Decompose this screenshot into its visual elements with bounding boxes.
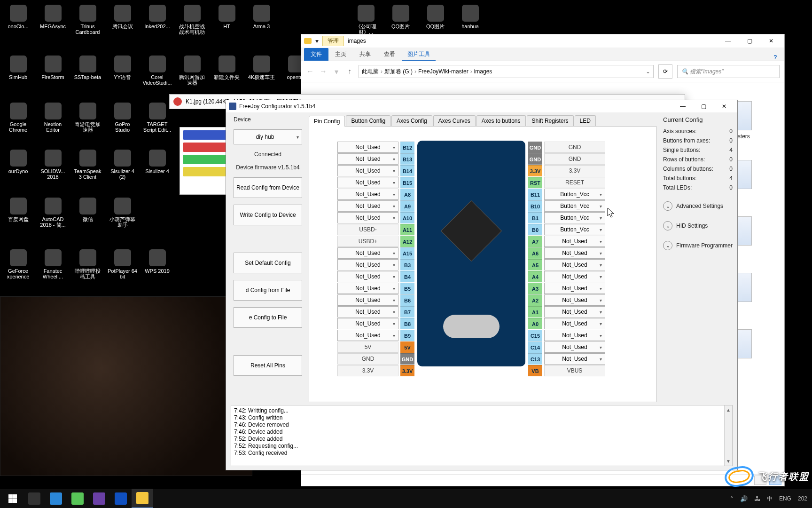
nav-recent-icon[interactable]: ▾	[332, 67, 341, 76]
tray-network-icon[interactable]: 🖧	[754, 495, 760, 502]
explorer-search-input[interactable]: 🔍 搜索"images"	[677, 65, 780, 78]
desktop-icon[interactable]: HT	[211, 5, 242, 29]
desktop-icon[interactable]: 新建文件夹	[211, 56, 242, 80]
breadcrumb-part[interactable]: FreeJoyWiki-master	[418, 68, 468, 75]
pin-select[interactable]: Not_Used	[544, 283, 605, 294]
desktop-icon[interactable]: TeamSpeak 3 Client	[72, 150, 103, 180]
desktop-icon[interactable]: 小葫芦弹幕助手	[107, 198, 138, 228]
explorer-maximize[interactable]: ▢	[739, 36, 760, 46]
taskbar-app[interactable]	[23, 489, 45, 508]
explorer-menu-view[interactable]: 查看	[377, 48, 402, 61]
desktop-icon[interactable]: GoPro Studio	[107, 103, 138, 133]
explorer-menu-share[interactable]: 共享	[353, 48, 377, 61]
tab-pin-config[interactable]: Pin Config	[309, 116, 345, 127]
address-bar[interactable]: 此电脑› 新加卷 (G:)› FreeJoyWiki-master› image…	[359, 65, 654, 78]
taskbar-app-explorer[interactable]	[132, 489, 153, 508]
freejoy-maximize[interactable]: ▢	[693, 101, 714, 111]
desktop-icon[interactable]: 腾讯会议	[107, 5, 138, 29]
pin-select[interactable]: Not_Used	[544, 236, 605, 247]
pin-select[interactable]: Not_Used	[337, 142, 398, 153]
desktop-icon[interactable]: SimHub	[3, 56, 33, 80]
pin-select[interactable]: Button_Vcc	[544, 212, 605, 223]
explorer-ribbon-context[interactable]: 管理	[322, 36, 344, 46]
desktop-icon[interactable]: 4K极速车王	[246, 56, 277, 80]
desktop-icon[interactable]: Fanatec Wheel ...	[38, 249, 68, 279]
pin-select[interactable]: Not_Used	[544, 271, 605, 282]
tab-led[interactable]: LED	[575, 115, 596, 126]
pin-select[interactable]: Button_Vcc	[544, 224, 605, 235]
pin-select[interactable]: Not_Used	[337, 177, 398, 188]
desktop-icon[interactable]: YY语音	[107, 56, 138, 80]
breadcrumb-part[interactable]: images	[474, 68, 492, 75]
pin-select[interactable]: Not_Used	[544, 294, 605, 306]
explorer-picture-tools[interactable]: 图片工具	[402, 48, 436, 61]
pin-select[interactable]: Not_Used	[337, 247, 398, 259]
ime-lang[interactable]: ENG	[779, 495, 791, 502]
explorer-titlebar[interactable]: ▾ 管理 images — ▢ ✕	[301, 34, 784, 48]
explorer-menu-file[interactable]: 文件	[304, 48, 328, 61]
tab-button-config[interactable]: Button Config	[346, 115, 390, 126]
pin-select[interactable]: Not_Used	[337, 283, 398, 294]
desktop-icon[interactable]: onoClo...	[3, 5, 33, 29]
desktop-icon[interactable]: Inked202...	[142, 5, 172, 29]
nav-back-icon[interactable]: ←	[306, 67, 314, 76]
desktop-icon[interactable]: Sisulizer 4 (2)	[107, 150, 138, 180]
tab-axes-curves[interactable]: Axes Curves	[433, 115, 476, 126]
freejoy-log[interactable]: 7:42: Writting config...7:43: Config wri…	[231, 405, 733, 466]
desktop-icon[interactable]: PotPlayer 64 bit	[107, 249, 138, 279]
desktop-icon[interactable]: 百度网盘	[3, 198, 33, 222]
taskbar-app[interactable]	[110, 489, 132, 508]
reset-pins-button[interactable]: Reset All Pins	[234, 355, 302, 376]
desktop-icon[interactable]: QQ图片	[420, 5, 451, 29]
taskbar-app[interactable]	[45, 489, 67, 508]
desktop-icon[interactable]: FireStorm	[38, 56, 68, 80]
load-config-button[interactable]: d Config from File	[234, 280, 302, 301]
desktop-icon[interactable]: Sisulizer 4	[142, 150, 172, 174]
desktop-icon[interactable]: hanhua	[455, 5, 485, 29]
explorer-menu-home[interactable]: 主页	[328, 48, 353, 61]
scrollbar[interactable]: ▲▼	[724, 405, 732, 466]
firmware-programmer-expander[interactable]: ⌄ Firmware Programmer	[663, 241, 733, 250]
desktop-icon[interactable]: 微信	[72, 198, 103, 222]
set-default-button[interactable]: Set Default Config	[234, 253, 302, 273]
desktop-icon[interactable]: ourDyno	[3, 150, 33, 174]
desktop-icon[interactable]: Google Chrome	[3, 103, 33, 133]
device-name-select[interactable]: diy hub	[234, 129, 302, 144]
desktop-icon[interactable]: 奇游电竞加速器	[72, 103, 103, 133]
pin-select[interactable]: Not_Used	[337, 306, 398, 318]
desktop-icon[interactable]: QQ图片	[385, 5, 416, 29]
desktop-icon[interactable]: 战斗机空战战术与机动	[177, 5, 207, 35]
pin-select[interactable]: Not_Used	[337, 259, 398, 270]
pin-select[interactable]: Not_Used	[337, 189, 398, 200]
pin-select[interactable]: Not_Used	[544, 259, 605, 270]
tray-volume-icon[interactable]: 🔊	[740, 495, 748, 502]
breadcrumb-part[interactable]: 此电脑	[362, 68, 379, 76]
pin-select[interactable]: Button_Vcc	[544, 189, 605, 200]
desktop-icon[interactable]: Trinus Cardboard	[72, 5, 103, 35]
pin-select[interactable]: Not_Used	[337, 212, 398, 223]
desktop-icon[interactable]: MEGAsync	[38, 5, 68, 29]
pin-select[interactable]: Not_Used	[544, 341, 605, 353]
desktop-icon[interactable]: TARGET Script Edit...	[142, 103, 172, 133]
taskbar-app[interactable]	[67, 489, 88, 508]
ime-indicator[interactable]: 中	[767, 495, 773, 503]
nav-forward-icon[interactable]: →	[319, 67, 328, 76]
explorer-help-icon[interactable]: ?	[770, 54, 784, 61]
start-button[interactable]	[2, 489, 23, 508]
tab-axes-to-buttons[interactable]: Axes to buttons	[476, 115, 526, 126]
freejoy-titlebar[interactable]: FreeJoy Configurator v1.5.1b4 — ▢ ✕	[226, 100, 737, 112]
desktop-icon[interactable]: 哔哩哔哩投稿工具	[72, 249, 103, 279]
nav-up-icon[interactable]: ↑	[345, 67, 354, 76]
system-tray[interactable]: ˄ 🔊 🖧 中 ENG 202	[730, 495, 810, 503]
pin-select[interactable]: Button_Vcc	[544, 200, 605, 212]
pin-select[interactable]: Not_Used	[337, 330, 398, 341]
desktop-icon[interactable]: SSTap-beta	[72, 56, 103, 80]
desktop-icon[interactable]: Nextion Editor	[38, 103, 68, 133]
tab-axes-config[interactable]: Axes Config	[391, 115, 432, 126]
hid-settings-expander[interactable]: ⌄ HID Settings	[663, 221, 733, 230]
desktop-icon[interactable]: 腾讯网游加速器	[177, 56, 207, 86]
desktop-icon[interactable]: AutoCAD 2018 - 简...	[38, 198, 68, 228]
pin-select[interactable]: Not_Used	[544, 330, 605, 341]
tray-date[interactable]: 202	[798, 495, 807, 502]
freejoy-minimize[interactable]: —	[672, 101, 693, 111]
